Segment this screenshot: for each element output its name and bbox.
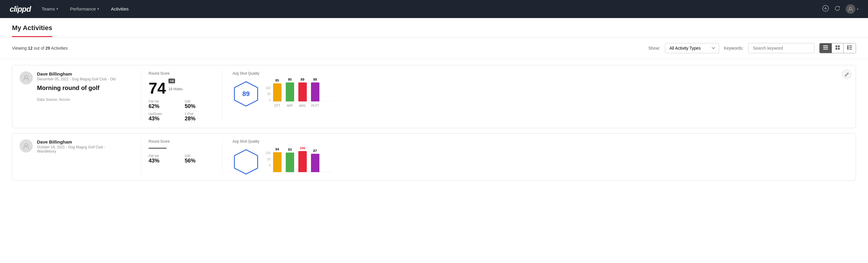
- gir-value-2: 56%: [185, 158, 215, 164]
- filter-bar: Viewing 7412 out of 29 Activities Show: …: [0, 38, 868, 59]
- stat-grid: FW Hit 62% GIR 50% Up/Down 43% 1 Putt 28…: [149, 99, 215, 122]
- user-name-2: Dave Billingham: [37, 139, 125, 144]
- card-2-user-section: Dave Billingham October 16, 2021 - Gog M…: [20, 139, 134, 156]
- updown-stat: Up/Down 43%: [149, 112, 179, 122]
- score-big: 74: [149, 80, 166, 96]
- svg-rect-7: [836, 46, 837, 47]
- gir-label: GIR: [185, 99, 215, 103]
- gir-stat-2: GIR 56%: [185, 154, 215, 164]
- svg-rect-4: [823, 46, 828, 46]
- list-compact-view-button[interactable]: [819, 43, 832, 53]
- bar-arg-rect-2: [298, 151, 307, 172]
- list-detail-view-button[interactable]: [844, 43, 856, 53]
- bar-putt-rect: [311, 83, 319, 101]
- y-axis: 100 50 0: [266, 86, 271, 108]
- bar-putt-rect-2: [311, 154, 319, 172]
- svg-rect-13: [849, 47, 852, 48]
- page-header: My Activities: [0, 18, 868, 38]
- view-toggle: [819, 43, 856, 53]
- hexagon-container-2: [232, 148, 259, 175]
- quality-title-2: Avg Shot Quality: [232, 139, 332, 144]
- fw-hit-value: 62%: [149, 103, 179, 110]
- card-quality: Avg Shot Quality 89 100 50 0: [229, 71, 332, 122]
- activity-title: Morning round of golf: [37, 84, 116, 91]
- one-putt-label: 1 Putt: [185, 112, 215, 116]
- svg-rect-12: [849, 46, 852, 46]
- fw-hit-label-2: FW Hit: [149, 154, 179, 158]
- viewing-count-text: Viewing 7412 out of 29 Activities: [12, 46, 68, 51]
- add-icon: [822, 5, 829, 13]
- activity-card-2: Dave Billingham October 16, 2021 - Gog M…: [12, 133, 856, 180]
- bar-putt: 89: [311, 78, 319, 101]
- app-logo[interactable]: clippd: [10, 4, 31, 14]
- user-avatar: [20, 71, 33, 85]
- activities-list: Dave Billingham December 05, 2021 - Gog …: [0, 59, 868, 186]
- nav-activities[interactable]: Activities: [110, 0, 130, 18]
- svg-rect-9: [836, 48, 837, 50]
- data-source: Data Source: Arccos: [37, 97, 116, 102]
- nav-performance[interactable]: Performance ▾: [69, 0, 100, 18]
- gir-stat: GIR 50%: [185, 99, 215, 110]
- score-holes: 18 Holes: [168, 87, 183, 91]
- svg-rect-10: [838, 48, 840, 50]
- bar-ott: 85: [273, 79, 281, 101]
- user-date-2: October 16, 2021 - Gog Magog Golf Club -…: [37, 145, 125, 153]
- svg-rect-8: [838, 46, 840, 47]
- bar-app-2: 93: [286, 148, 294, 172]
- add-button[interactable]: [822, 5, 829, 13]
- card-2-stats: Round Score FW Hit 43% GIR 56%: [149, 139, 215, 164]
- user-avatar-2: [20, 139, 33, 152]
- user-menu-button[interactable]: ▾: [846, 4, 858, 14]
- bar-label-ott: OTT: [273, 104, 281, 108]
- round-score-value: 74 +4 18 Holes: [149, 79, 215, 96]
- bar-app-rect: [286, 83, 294, 101]
- card-divider-1: [141, 71, 142, 122]
- user-info: Dave Billingham December 05, 2021 - Gog …: [37, 71, 116, 102]
- page-title: My Activities: [12, 24, 52, 37]
- bar-arg-2: 106: [298, 146, 307, 172]
- grid-view-button[interactable]: [832, 43, 844, 53]
- nav-teams[interactable]: Teams ▾: [40, 0, 59, 18]
- shot-quality-chart: 100 50 0 85: [266, 81, 332, 108]
- bar-label-app: APP: [286, 104, 294, 108]
- score-placeholder: [149, 148, 166, 149]
- hex-score: 89: [242, 90, 250, 98]
- teams-chevron-icon: ▾: [57, 7, 58, 10]
- bar-arg: 89: [298, 78, 307, 101]
- card-stats: Round Score 74 +4 18 Holes FW Hit 62% GI…: [149, 71, 215, 122]
- performance-chevron-icon: ▾: [97, 7, 99, 10]
- card-user-section: Dave Billingham December 05, 2021 - Gog …: [20, 71, 134, 122]
- search-input[interactable]: [748, 43, 814, 53]
- gir-value: 50%: [185, 103, 215, 110]
- refresh-button[interactable]: [834, 5, 840, 13]
- bar-arg-rect: [298, 83, 307, 101]
- user-name: Dave Billingham: [37, 71, 116, 77]
- bar-ott-2: 94: [273, 147, 281, 172]
- bar-app-rect-2: [286, 152, 294, 172]
- stat-grid-2: FW Hit 43% GIR 56%: [149, 154, 215, 164]
- fw-hit-stat: FW Hit 62%: [149, 99, 179, 110]
- activity-type-select[interactable]: All Activity Types: [665, 43, 719, 53]
- navbar: clippd Teams ▾ Performance ▾ Activities: [0, 0, 868, 18]
- bar-ott-rect-2: [273, 152, 281, 172]
- score-badge: +4: [168, 79, 175, 83]
- bar-app: 90: [286, 78, 294, 101]
- svg-rect-6: [823, 49, 828, 50]
- bar-putt-2: 87: [311, 149, 319, 172]
- round-score-label-2: Round Score: [149, 139, 215, 144]
- fw-hit-label: FW Hit: [149, 99, 179, 103]
- one-putt-value: 28%: [185, 116, 215, 122]
- card2-divider-2: [222, 139, 222, 175]
- keywords-label: Keywords:: [724, 46, 743, 51]
- show-label: Show:: [648, 46, 660, 51]
- user-info-2: Dave Billingham October 16, 2021 - Gog M…: [37, 139, 125, 156]
- fw-hit-stat-2: FW Hit 43%: [149, 154, 179, 164]
- bar-label-arg: ARG: [298, 104, 307, 108]
- edit-button[interactable]: [842, 69, 851, 79]
- card-divider-2: [222, 71, 222, 122]
- quality-body: 89 100 50 0: [232, 80, 332, 108]
- updown-value: 43%: [149, 116, 179, 122]
- svg-rect-5: [823, 47, 828, 48]
- logo-text: clippd: [10, 4, 31, 13]
- user-date: December 05, 2021 - Gog Magog Golf Club …: [37, 77, 116, 81]
